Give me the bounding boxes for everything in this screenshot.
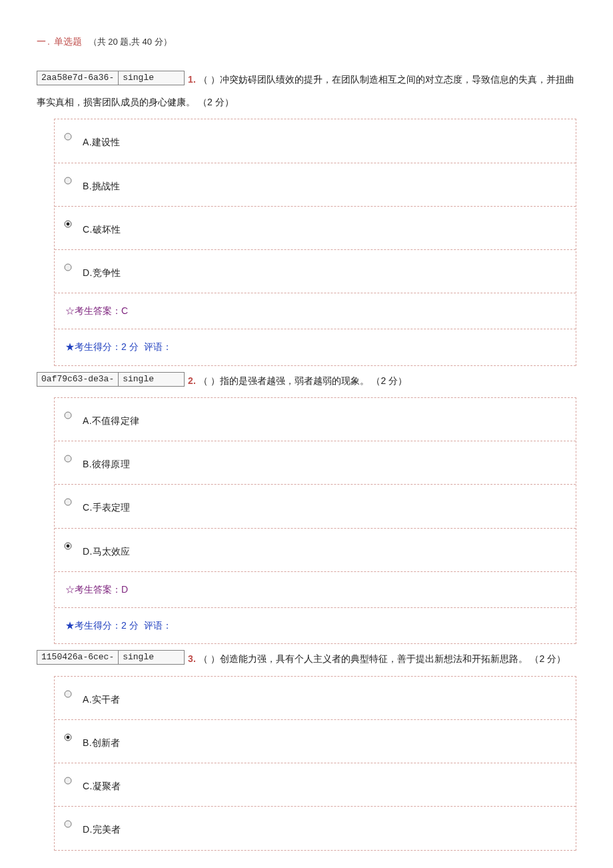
option-label: A.不值得定律 [83,410,139,429]
question-number: 1. [188,74,196,85]
option-row[interactable]: A.不值得定律 [55,398,576,441]
radio-icon[interactable] [64,411,72,419]
question-block: 2aa58e7d-6a36-single 1. （ ）冲突妨碍团队绩效的提升，在… [37,69,576,365]
option-row[interactable]: D.完美者 [55,807,576,850]
question-tags: 2aa58e7d-6a36-single [37,66,184,89]
svg-point-10 [65,691,71,697]
svg-point-4 [65,264,71,271]
svg-point-3 [67,222,70,225]
option-row[interactable]: D.竞争性 [55,250,576,293]
question-tags: 0af79c63-de3a-single [37,367,184,390]
option-label: C.破坏性 [83,219,121,238]
option-row[interactable]: A.实干者 [55,677,576,720]
question-block: 1150426a-6cec-single 3. （ ）创造能力强，具有个人主义者… [37,648,576,850]
question-tags: 1150426a-6cec-single [37,645,184,668]
option-label: D.马太效应 [83,541,131,560]
option-row[interactable]: C.破坏性 [55,207,576,250]
radio-icon[interactable] [64,455,72,463]
radio-checked-icon[interactable] [64,220,72,228]
option-row[interactable]: B.创新者 [55,720,576,763]
answer-label: 考生答案： [75,305,121,316]
option-label: B.挑战性 [83,175,121,195]
radio-icon[interactable] [64,498,72,506]
option-label: B.彼得原理 [83,453,130,473]
svg-point-12 [67,736,70,739]
section-title-sep: . [47,36,50,47]
answer-row: ☆考生答案：D [55,572,576,608]
star-icon: ☆ [65,584,75,595]
score-value: 2 分 [121,620,139,631]
question-text: （ ）创造能力强，具有个人主义者的典型特征，善于提出新想法和开拓新思路。 [199,653,528,664]
star-filled-icon: ★ [65,341,75,352]
question-id-tag: 0af79c63-de3a- [37,372,119,387]
option-row[interactable]: A.建设性 [55,119,576,163]
radio-icon[interactable] [64,263,72,271]
radio-checked-icon[interactable] [64,733,72,741]
section-title-prefix: 一 [37,36,46,47]
question-header: 0af79c63-de3a-single 2. （ ）指的是强者越强，弱者越弱的… [37,370,576,393]
option-label: C.手表定理 [83,497,131,516]
option-label: B.创新者 [83,732,121,751]
comment-label: 评语： [144,341,172,352]
radio-icon[interactable] [64,690,72,698]
answer-label: 考生答案： [75,584,121,595]
svg-point-5 [65,412,71,419]
option-row[interactable]: D.马太效应 [55,529,576,572]
option-label: A.建设性 [83,131,121,151]
score-label: 考生得分： [75,341,121,352]
question-id-tag: 2aa58e7d-6a36- [37,71,119,85]
question-type-tag: single [118,372,185,387]
question-type-tag: single [118,650,185,665]
option-row[interactable]: C.手表定理 [55,485,576,528]
radio-icon[interactable] [64,820,72,828]
option-row[interactable]: B.彼得原理 [55,441,576,485]
star-filled-icon: ★ [65,620,75,631]
radio-icon[interactable] [64,777,72,785]
option-label: D.竞争性 [83,262,121,281]
question-header: 2aa58e7d-6a36-single 1. （ ）冲突妨碍团队绩效的提升，在… [37,69,576,113]
option-label: A.实干者 [83,689,121,708]
answer-value: C [121,305,128,316]
radio-icon[interactable] [64,133,72,141]
score-value: 2 分 [121,341,139,352]
section-header: 一. 单选题 （共 20 题,共 40 分） [37,33,576,50]
svg-point-0 [65,133,71,140]
question-points: （2 分） [371,375,407,386]
option-row[interactable]: C.凝聚者 [55,763,576,807]
radio-checked-icon[interactable] [64,542,72,550]
score-row: ★考生得分：2 分 评语： [55,329,576,365]
question-points: （2 分） [198,97,234,107]
radio-icon[interactable] [64,177,72,185]
answer-value: D [121,584,128,595]
question-number: 3. [188,653,196,664]
question-header: 1150426a-6cec-single 3. （ ）创造能力强，具有个人主义者… [37,648,576,671]
score-row: ★考生得分：2 分 评语： [55,608,576,644]
option-list: A.不值得定律 B.彼得原理 C.手表定理 D.马太效应 ☆考生答案：D ★考生… [54,397,576,644]
option-row[interactable]: B.挑战性 [55,163,576,207]
score-label: 考生得分： [75,620,121,631]
option-list: A.建设性 B.挑战性 C.破坏性 D.竞争性 ☆考生答案：C ★考生得分：2 … [54,119,576,365]
question-type-tag: single [118,71,185,85]
question-number: 2. [188,375,196,386]
section-stats: （共 20 题,共 40 分） [89,37,172,47]
section-title-main: 单选题 [54,36,82,47]
svg-point-7 [65,499,71,505]
question-points: （2 分） [530,653,566,664]
question-text: （ ）指的是强者越强，弱者越弱的现象。 [199,375,369,386]
option-list: A.实干者 B.创新者 C.凝聚者 D.完美者 [54,676,576,851]
answer-row: ☆考生答案：C [55,293,576,329]
option-label: D.完美者 [83,819,121,838]
question-block: 0af79c63-de3a-single 2. （ ）指的是强者越强，弱者越弱的… [37,370,576,645]
option-label: C.凝聚者 [83,775,121,795]
svg-point-13 [65,777,71,784]
question-id-tag: 1150426a-6cec- [37,650,119,665]
svg-point-6 [65,455,71,462]
comment-label: 评语： [144,620,172,631]
svg-point-9 [67,544,70,547]
svg-point-1 [65,177,71,184]
svg-point-14 [65,821,71,827]
star-icon: ☆ [65,305,75,316]
